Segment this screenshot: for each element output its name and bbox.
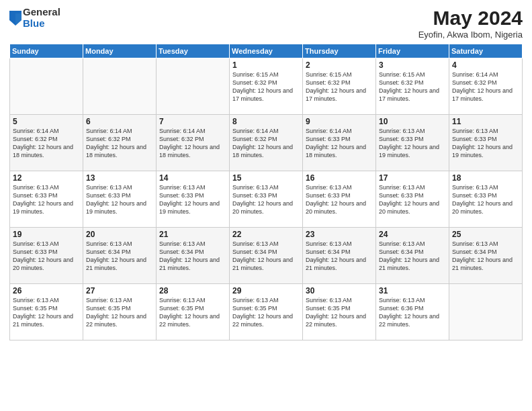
calendar-cell: 23Sunrise: 6:13 AM Sunset: 6:34 PM Dayli… [303,228,376,284]
calendar-cell: 26Sunrise: 6:13 AM Sunset: 6:35 PM Dayli… [10,284,83,340]
calendar-cell: 31Sunrise: 6:13 AM Sunset: 6:36 PM Dayli… [376,284,449,340]
logo-icon [9,11,21,26]
calendar-cell: 10Sunrise: 6:13 AM Sunset: 6:33 PM Dayli… [376,115,449,171]
cell-sun-info: Sunrise: 6:13 AM Sunset: 6:34 PM Dayligh… [159,240,226,273]
day-number: 19 [13,230,80,239]
day-number: 7 [159,117,226,126]
day-number: 16 [306,173,373,183]
day-number: 4 [452,60,519,70]
cell-sun-info: Sunrise: 6:13 AM Sunset: 6:34 PM Dayligh… [452,240,519,273]
calendar-cell: 15Sunrise: 6:13 AM Sunset: 6:33 PM Dayli… [230,171,303,228]
calendar-cell: 22Sunrise: 6:13 AM Sunset: 6:34 PM Dayli… [230,228,303,284]
day-number: 15 [232,173,300,183]
cell-sun-info: Sunrise: 6:14 AM Sunset: 6:32 PM Dayligh… [159,127,226,160]
day-number: 27 [86,286,153,295]
cell-sun-info: Sunrise: 6:13 AM Sunset: 6:34 PM Dayligh… [86,240,153,273]
calendar-cell: 20Sunrise: 6:13 AM Sunset: 6:34 PM Dayli… [83,228,157,284]
logo-general: General [23,7,60,18]
day-number: 22 [232,230,300,239]
day-number: 21 [159,230,226,239]
day-number: 14 [159,173,226,183]
calendar-cell: 27Sunrise: 6:13 AM Sunset: 6:35 PM Dayli… [83,284,157,340]
calendar-cell [449,284,523,340]
week-row-1: 1Sunrise: 6:15 AM Sunset: 6:32 PM Daylig… [10,58,523,115]
page: General Blue May 2024 Eyofin, Akwa Ibom,… [0,0,532,411]
cell-sun-info: Sunrise: 6:15 AM Sunset: 6:32 PM Dayligh… [379,71,446,103]
calendar-cell: 25Sunrise: 6:13 AM Sunset: 6:34 PM Dayli… [449,228,523,284]
day-number: 1 [232,60,300,70]
calendar-cell [83,58,157,115]
weekday-header-sunday: Sunday [10,44,83,58]
cell-sun-info: Sunrise: 6:13 AM Sunset: 6:33 PM Dayligh… [86,183,153,216]
calendar-cell: 3Sunrise: 6:15 AM Sunset: 6:32 PM Daylig… [376,58,449,115]
cell-sun-info: Sunrise: 6:13 AM Sunset: 6:34 PM Dayligh… [306,240,373,273]
cell-sun-info: Sunrise: 6:14 AM Sunset: 6:32 PM Dayligh… [452,71,519,103]
cell-sun-info: Sunrise: 6:13 AM Sunset: 6:33 PM Dayligh… [452,127,519,160]
calendar-cell: 7Sunrise: 6:14 AM Sunset: 6:32 PM Daylig… [157,115,230,171]
weekday-header-tuesday: Tuesday [157,44,230,58]
week-row-4: 19Sunrise: 6:13 AM Sunset: 6:33 PM Dayli… [10,228,523,284]
day-number: 10 [379,117,446,126]
day-number: 13 [86,173,153,183]
day-number: 2 [306,60,373,70]
cell-sun-info: Sunrise: 6:13 AM Sunset: 6:33 PM Dayligh… [379,127,446,160]
cell-sun-info: Sunrise: 6:13 AM Sunset: 6:35 PM Dayligh… [86,296,153,329]
cell-sun-info: Sunrise: 6:13 AM Sunset: 6:33 PM Dayligh… [232,183,300,216]
calendar-cell: 14Sunrise: 6:13 AM Sunset: 6:33 PM Dayli… [157,171,230,228]
calendar-cell: 9Sunrise: 6:14 AM Sunset: 6:33 PM Daylig… [303,115,376,171]
cell-sun-info: Sunrise: 6:14 AM Sunset: 6:32 PM Dayligh… [232,127,300,160]
calendar-cell: 2Sunrise: 6:15 AM Sunset: 6:32 PM Daylig… [303,58,376,115]
header: General Blue May 2024 Eyofin, Akwa Ibom,… [9,7,523,40]
weekday-header-wednesday: Wednesday [230,44,303,58]
cell-sun-info: Sunrise: 6:14 AM Sunset: 6:32 PM Dayligh… [86,127,153,160]
cell-sun-info: Sunrise: 6:13 AM Sunset: 6:33 PM Dayligh… [13,240,80,273]
calendar-cell: 12Sunrise: 6:13 AM Sunset: 6:33 PM Dayli… [10,171,83,228]
day-number: 23 [306,230,373,239]
cell-sun-info: Sunrise: 6:13 AM Sunset: 6:35 PM Dayligh… [13,296,80,329]
week-row-2: 5Sunrise: 6:14 AM Sunset: 6:32 PM Daylig… [10,115,523,171]
day-number: 31 [379,286,446,295]
calendar-cell: 16Sunrise: 6:13 AM Sunset: 6:33 PM Dayli… [303,171,376,228]
calendar-cell: 21Sunrise: 6:13 AM Sunset: 6:34 PM Dayli… [157,228,230,284]
calendar-cell: 18Sunrise: 6:13 AM Sunset: 6:33 PM Dayli… [449,171,523,228]
cell-sun-info: Sunrise: 6:13 AM Sunset: 6:35 PM Dayligh… [306,296,373,329]
calendar-cell: 19Sunrise: 6:13 AM Sunset: 6:33 PM Dayli… [10,228,83,284]
day-number: 17 [379,173,446,183]
logo: General Blue [9,7,60,29]
calendar-cell: 1Sunrise: 6:15 AM Sunset: 6:32 PM Daylig… [230,58,303,115]
cell-sun-info: Sunrise: 6:13 AM Sunset: 6:35 PM Dayligh… [232,296,300,329]
cell-sun-info: Sunrise: 6:15 AM Sunset: 6:32 PM Dayligh… [306,71,373,103]
cell-sun-info: Sunrise: 6:13 AM Sunset: 6:33 PM Dayligh… [13,183,80,216]
calendar-cell: 4Sunrise: 6:14 AM Sunset: 6:32 PM Daylig… [449,58,523,115]
calendar-cell: 8Sunrise: 6:14 AM Sunset: 6:32 PM Daylig… [230,115,303,171]
day-number: 6 [86,117,153,126]
cell-sun-info: Sunrise: 6:13 AM Sunset: 6:35 PM Dayligh… [159,296,226,329]
logo-text: General Blue [23,7,60,29]
cell-sun-info: Sunrise: 6:13 AM Sunset: 6:33 PM Dayligh… [306,183,373,216]
day-number: 20 [86,230,153,239]
weekday-header-friday: Friday [376,44,449,58]
week-row-3: 12Sunrise: 6:13 AM Sunset: 6:33 PM Dayli… [10,171,523,228]
calendar-cell: 13Sunrise: 6:13 AM Sunset: 6:33 PM Dayli… [83,171,157,228]
day-number: 12 [13,173,80,183]
calendar-cell: 29Sunrise: 6:13 AM Sunset: 6:35 PM Dayli… [230,284,303,340]
day-number: 3 [379,60,446,70]
cell-sun-info: Sunrise: 6:13 AM Sunset: 6:36 PM Dayligh… [379,296,446,329]
weekday-header-row: SundayMondayTuesdayWednesdayThursdayFrid… [10,44,523,58]
day-number: 28 [159,286,226,295]
day-number: 11 [452,117,519,126]
day-number: 30 [306,286,373,295]
cell-sun-info: Sunrise: 6:13 AM Sunset: 6:34 PM Dayligh… [232,240,300,273]
calendar-cell: 28Sunrise: 6:13 AM Sunset: 6:35 PM Dayli… [157,284,230,340]
cell-sun-info: Sunrise: 6:13 AM Sunset: 6:33 PM Dayligh… [452,183,519,216]
calendar-cell: 11Sunrise: 6:13 AM Sunset: 6:33 PM Dayli… [449,115,523,171]
day-number: 25 [452,230,519,239]
day-number: 18 [452,173,519,183]
title-block: May 2024 Eyofin, Akwa Ibom, Nigeria [418,7,523,40]
cell-sun-info: Sunrise: 6:15 AM Sunset: 6:32 PM Dayligh… [232,71,300,103]
logo-blue: Blue [23,18,60,30]
calendar-cell: 17Sunrise: 6:13 AM Sunset: 6:33 PM Dayli… [376,171,449,228]
month-title: May 2024 [418,7,523,30]
calendar-cell [10,58,83,115]
weekday-header-thursday: Thursday [303,44,376,58]
